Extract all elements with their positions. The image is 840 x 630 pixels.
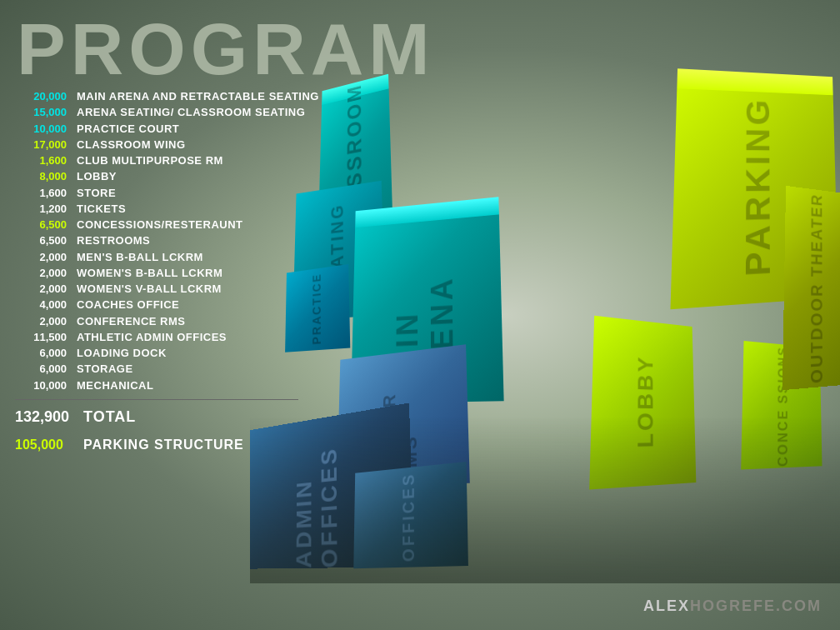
program-label: MECHANICAL	[77, 379, 153, 392]
block-lobby: LOBBY	[589, 316, 696, 490]
program-number: 1,600	[15, 154, 67, 168]
blocks-container: CLASSROOM PARKING SEATING MAIN ARENA PRA…	[250, 67, 840, 583]
program-number: 2,000	[15, 282, 67, 296]
program-label: RESTROOMS	[77, 234, 150, 248]
branding-suffix: HOGREFE.COM	[690, 598, 822, 614]
program-number: 6,000	[15, 347, 67, 360]
block-practice: PRACTICE	[285, 264, 350, 352]
program-label: CONFERENCE RMS	[77, 315, 186, 328]
program-label: CLUB MULTIPURPOSE RM	[77, 154, 223, 168]
block-offices: OFFICES	[353, 462, 468, 568]
block-practice-label: PRACTICE	[310, 272, 323, 345]
program-label: CONCESSIONS/RESTERAUNT	[77, 218, 243, 232]
program-label: STORAGE	[77, 362, 133, 376]
total-label: TOTAL	[83, 408, 136, 426]
program-number: 2,000	[15, 267, 67, 280]
program-number: 20,000	[15, 90, 67, 103]
program-number: 11,500	[15, 331, 67, 344]
program-label: ATHLETIC ADMIN OFFICES	[77, 331, 227, 344]
program-label: CLASSROOM WING	[77, 138, 186, 152]
program-label: WOMEN'S B-BALL LCKRM	[77, 267, 222, 280]
branding: ALEXHOGREFE.COM	[643, 598, 822, 615]
program-number: 4,000	[15, 298, 67, 312]
program-number: 2,000	[15, 251, 67, 264]
program-number: 6,500	[15, 218, 67, 232]
program-number: 1,600	[15, 187, 67, 200]
program-label: WOMEN'S V-BALL LCKRM	[77, 282, 222, 296]
program-number: 17,000	[15, 138, 67, 152]
program-number: 6,500	[15, 234, 67, 248]
program-number: 15,000	[15, 106, 67, 119]
program-label: STORE	[77, 187, 116, 200]
program-label: LOADING DOCK	[77, 347, 167, 360]
total-number: 132,900	[15, 408, 73, 426]
block-theater: OUTDOOR THEATER	[782, 186, 840, 390]
program-number: 2,000	[15, 315, 67, 328]
program-number: 1,200	[15, 202, 67, 216]
block-offices-label: OFFICES	[399, 472, 418, 562]
block-admin-label: ADMIN OFFICES	[292, 414, 343, 568]
program-label: LOBBY	[77, 170, 117, 183]
block-lobby-label: LOBBY	[632, 354, 658, 448]
parking-number: 105,000	[15, 438, 73, 452]
program-label: MEN'S B-BALL LCKRM	[77, 251, 203, 264]
program-label: TICKETS	[77, 202, 126, 216]
program-label: PRACTICE COURT	[77, 122, 179, 136]
parking-label: PARKING STRUCTURE	[83, 438, 244, 452]
block-parking-label: PARKING	[738, 96, 778, 278]
branding-prefix: ALEX	[643, 598, 690, 614]
program-number: 10,000	[15, 379, 67, 392]
program-number: 10,000	[15, 122, 67, 136]
program-label: COACHES OFFICE	[77, 298, 179, 312]
program-number: 6,000	[15, 362, 67, 376]
program-number: 8,000	[15, 170, 67, 183]
block-theater-label: OUTDOOR THEATER	[808, 192, 827, 383]
